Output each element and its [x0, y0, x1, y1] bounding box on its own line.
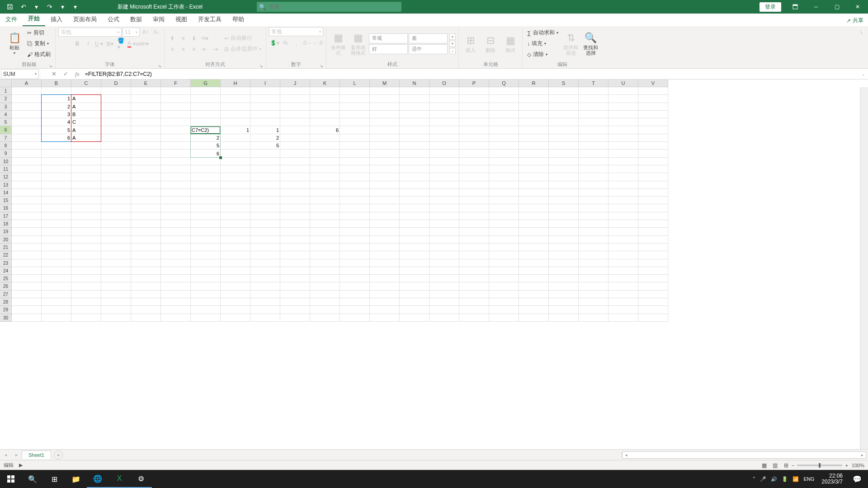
format-cells-button[interactable]: ▦格式: [501, 34, 519, 54]
login-button[interactable]: 登录: [760, 2, 781, 12]
sheet-tab-1[interactable]: Sheet1: [22, 450, 51, 459]
cut-button[interactable]: ✂剪切: [25, 28, 52, 38]
comma-button[interactable]: ,: [291, 38, 301, 48]
taskbar-app[interactable]: ⚙: [130, 470, 152, 488]
cell-B3[interactable]: 2: [42, 103, 71, 111]
autosum-button[interactable]: ∑自动求和▾: [525, 28, 560, 38]
search-box[interactable]: 🔍: [257, 2, 401, 12]
tray-mic-icon[interactable]: 🎤: [760, 476, 766, 482]
tray-wifi-icon[interactable]: 📶: [793, 476, 799, 482]
enter-formula-button[interactable]: ✓: [60, 69, 71, 79]
number-format-combo[interactable]: 常规▾: [269, 27, 323, 36]
cell-C5[interactable]: C: [71, 118, 101, 126]
row-head-20[interactable]: 20: [0, 236, 12, 244]
row-head-11[interactable]: 11: [0, 165, 12, 173]
style-bad[interactable]: 差: [409, 33, 448, 43]
col-head-O[interactable]: O: [429, 80, 459, 87]
share-button[interactable]: ↗共享: [842, 15, 868, 26]
decrease-indent[interactable]: ⇤: [200, 44, 210, 54]
tab-file[interactable]: 文件: [0, 13, 23, 26]
row-head-16[interactable]: 16: [0, 204, 12, 212]
clipboard-launcher[interactable]: ↘: [49, 64, 52, 68]
tray-battery-icon[interactable]: 🔋: [782, 476, 788, 482]
font-name-combo[interactable]: 等线▾: [58, 28, 122, 37]
undo-dropdown[interactable]: ▾: [30, 1, 42, 13]
row-head-26[interactable]: 26: [0, 282, 12, 290]
cell-B7[interactable]: 6: [42, 134, 71, 142]
cell-G9[interactable]: 6: [191, 150, 221, 157]
tab-data[interactable]: 数据: [125, 13, 147, 26]
zoom-out[interactable]: −: [792, 463, 794, 468]
redo-button[interactable]: ↷: [43, 1, 56, 13]
system-tray[interactable]: ˄ 🎤 🔊 🔋 📶 ENG: [749, 476, 818, 482]
tab-view[interactable]: 视图: [170, 13, 193, 26]
cell-C4[interactable]: B: [71, 111, 101, 118]
row-head-15[interactable]: 15: [0, 197, 12, 204]
row-head-10[interactable]: 10: [0, 158, 12, 165]
format-table-button[interactable]: ▦套用表格格式: [349, 31, 367, 56]
ribbon-display-options[interactable]: [785, 0, 806, 14]
row-head-28[interactable]: 28: [0, 298, 12, 306]
increase-indent[interactable]: ⇥: [211, 44, 221, 54]
horizontal-scrollbar[interactable]: ◂▸: [622, 451, 866, 459]
number-launcher[interactable]: ↘: [320, 64, 323, 68]
row-head-17[interactable]: 17: [0, 212, 12, 220]
cell-I7[interactable]: 2: [250, 134, 280, 142]
increase-font-button[interactable]: A↑: [141, 27, 151, 37]
redo-dropdown[interactable]: ▾: [56, 1, 69, 13]
row-head-4[interactable]: 4: [0, 111, 12, 118]
cell-C6[interactable]: A: [71, 127, 101, 134]
align-left[interactable]: ≡: [167, 44, 177, 54]
paste-button[interactable]: 📋 粘贴 ▾: [5, 31, 24, 56]
row-head-25[interactable]: 25: [0, 275, 12, 282]
cells-area[interactable]: 1A2A3B4C5A6AC7=C2)11622556: [12, 87, 860, 449]
decrease-font-button[interactable]: A↓: [151, 27, 161, 37]
row-head-12[interactable]: 12: [0, 173, 12, 181]
undo-button[interactable]: ↶: [17, 1, 30, 13]
row-head-7[interactable]: 7: [0, 134, 12, 142]
tray-chevron-icon[interactable]: ˄: [753, 476, 755, 482]
row-head-23[interactable]: 23: [0, 259, 12, 267]
tray-volume-icon[interactable]: 🔊: [771, 476, 777, 482]
accounting-button[interactable]: 💲▾: [269, 38, 279, 48]
styles-more[interactable]: ⌄: [449, 48, 456, 54]
vertical-scrollbar[interactable]: [860, 87, 868, 449]
minimize-button[interactable]: ─: [806, 0, 826, 14]
close-button[interactable]: ✕: [847, 0, 868, 14]
cell-I6[interactable]: 1: [250, 127, 280, 134]
row-head-8[interactable]: 8: [0, 142, 12, 150]
tab-help[interactable]: 帮助: [227, 13, 250, 26]
view-page-break[interactable]: ⊞: [781, 462, 792, 469]
fill-button[interactable]: ↓填充▾: [525, 39, 560, 49]
select-all-corner[interactable]: [0, 80, 12, 87]
row-head-5[interactable]: 5: [0, 118, 12, 126]
row-head-22[interactable]: 22: [0, 251, 12, 259]
font-color-button[interactable]: A▾: [127, 39, 137, 49]
taskbar-taskview[interactable]: ⊞: [43, 470, 65, 488]
col-head-A[interactable]: A: [12, 80, 42, 87]
cell-K6[interactable]: 6: [310, 127, 340, 134]
cell-C2[interactable]: A: [71, 95, 101, 103]
col-head-G[interactable]: G: [191, 80, 221, 87]
copy-button[interactable]: ⿻复制▾: [25, 39, 52, 49]
sheet-nav-next[interactable]: ▸: [11, 452, 22, 457]
col-head-R[interactable]: R: [519, 80, 549, 87]
conditional-format-button[interactable]: ▦条件格式: [329, 31, 347, 56]
row-head-29[interactable]: 29: [0, 306, 12, 314]
style-normal[interactable]: 常规: [369, 33, 408, 43]
col-head-B[interactable]: B: [42, 80, 71, 87]
borders-button[interactable]: ⊞▾: [105, 39, 115, 49]
cell-C7[interactable]: A: [71, 134, 101, 142]
tab-home[interactable]: 开始: [23, 12, 45, 26]
row-head-2[interactable]: 2: [0, 95, 12, 103]
cell-B4[interactable]: 3: [42, 111, 71, 118]
italic-button[interactable]: I: [83, 39, 93, 49]
decrease-decimal[interactable]: ←.0: [313, 38, 323, 48]
row-head-24[interactable]: 24: [0, 267, 12, 275]
delete-cells-button[interactable]: ⊟删除: [481, 34, 500, 54]
formula-input[interactable]: [83, 71, 859, 77]
row-head-21[interactable]: 21: [0, 244, 12, 251]
row-head-1[interactable]: 1: [0, 87, 12, 95]
sheet-nav-prev[interactable]: ◂: [0, 452, 11, 457]
format-painter-button[interactable]: 🖌格式刷: [25, 50, 52, 60]
